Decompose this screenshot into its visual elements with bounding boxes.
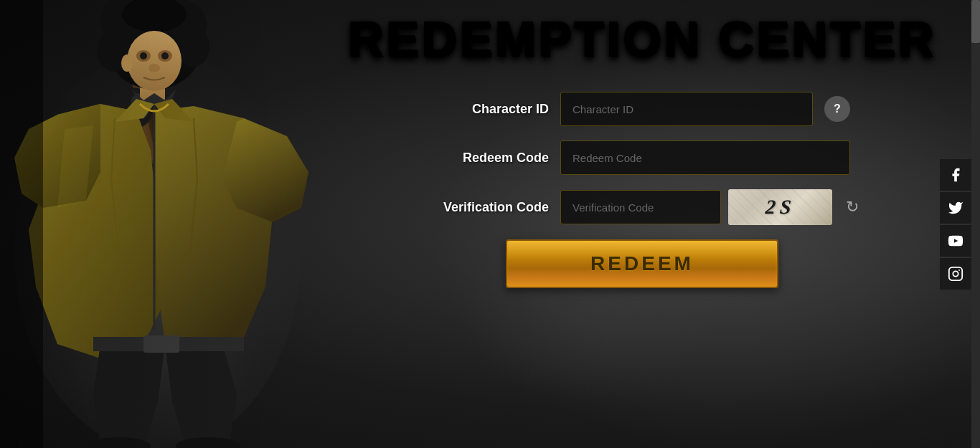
character-area [0, 0, 344, 448]
svg-point-20 [161, 52, 169, 59]
svg-point-29 [958, 270, 960, 271]
svg-point-28 [953, 271, 958, 276]
facebook-button[interactable] [940, 159, 971, 191]
social-sidebar [940, 159, 971, 290]
twitter-button[interactable] [940, 192, 971, 224]
character-id-row: Character ID ? [434, 92, 850, 126]
youtube-button[interactable] [940, 225, 971, 257]
scrollbar-thumb[interactable] [971, 0, 980, 43]
redeem-code-row: Redeem Code [434, 140, 850, 175]
redeem-code-label: Redeem Code [434, 151, 549, 166]
svg-rect-22 [143, 335, 179, 353]
character-id-input[interactable] [560, 92, 813, 126]
svg-rect-27 [949, 267, 962, 280]
character-id-label: Character ID [434, 102, 549, 117]
svg-rect-25 [0, 0, 43, 448]
verification-code-input[interactable] [560, 190, 721, 224]
redeem-code-input[interactable] [560, 140, 850, 175]
refresh-captcha-button[interactable]: ↻ [839, 194, 865, 220]
verification-code-row: Verification Code 2S ↻ [434, 189, 850, 225]
title-area: REDEMPTION CENTER [344, 14, 940, 63]
svg-point-21 [149, 64, 160, 72]
redeem-button[interactable]: REDEEM [506, 239, 778, 288]
main-content: REDEMPTION CENTER Character ID ? Redeem … [344, 0, 940, 448]
captcha-image: 2S [728, 189, 832, 225]
form-area: Character ID ? Redeem Code Verification … [434, 92, 850, 225]
verification-code-label: Verification Code [434, 200, 549, 215]
captcha-text: 2S [764, 196, 796, 219]
page-title: REDEMPTION CENTER [344, 14, 940, 63]
svg-point-19 [140, 52, 147, 59]
scrollbar[interactable] [971, 0, 980, 448]
svg-point-16 [121, 54, 133, 72]
instagram-button[interactable] [940, 258, 971, 290]
help-button[interactable]: ? [824, 96, 850, 122]
svg-point-15 [127, 31, 182, 91]
redeem-button-area: REDEEM [506, 239, 778, 288]
verification-inputs: 2S ↻ [560, 189, 865, 225]
character-illustration [0, 0, 344, 448]
